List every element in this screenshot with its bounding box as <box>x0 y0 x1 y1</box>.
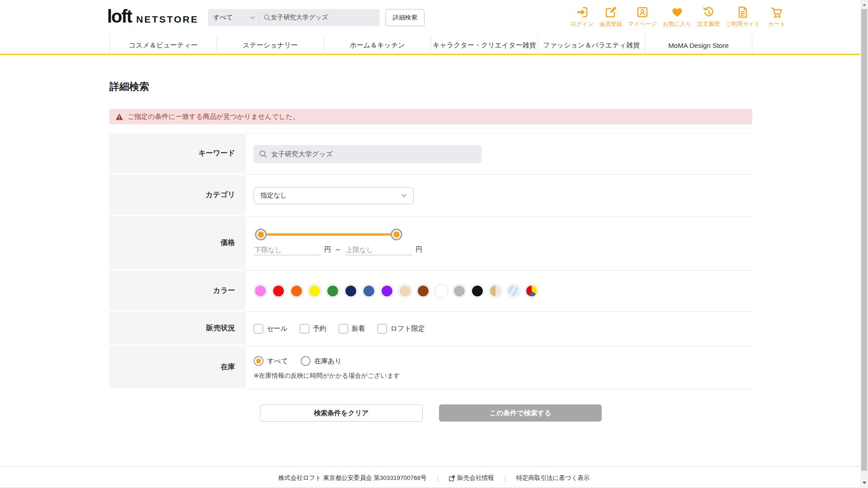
category-row: カテゴリ 指定なし <box>109 175 752 216</box>
checkbox-label: 予約 <box>313 324 326 333</box>
color-swatch-blue[interactable] <box>362 284 376 298</box>
footer-link-seller-info[interactable]: 販売会社情報 <box>449 474 494 482</box>
checkbox-box <box>377 324 387 333</box>
radio-all[interactable]: すべて <box>254 356 288 366</box>
swatch-circle <box>399 285 411 297</box>
color-swatch-gray[interactable] <box>453 284 466 298</box>
logo-suffix-text: NETSTORE <box>136 14 198 25</box>
checkbox-new[interactable]: 新着 <box>339 324 365 333</box>
favorites-icon <box>670 5 684 19</box>
category-select[interactable]: 指定なし <box>254 187 414 204</box>
warning-icon <box>115 113 123 121</box>
cart-link[interactable]: カート <box>766 5 788 28</box>
order-history-link[interactable]: 注文履歴 <box>697 5 720 28</box>
swatch-circle <box>272 285 285 297</box>
guide-label: ご利用ガイド <box>726 20 760 28</box>
price-slider-track <box>261 234 396 236</box>
favorites-label: お気に入り <box>663 20 691 28</box>
swatch-circle <box>344 285 357 297</box>
login-label: ログイン <box>571 20 594 28</box>
color-swatch-orange[interactable] <box>290 284 303 298</box>
mypage-link[interactable]: マイページ <box>628 5 657 28</box>
loft-logo[interactable]: loft NETSTORE <box>107 7 198 25</box>
price-label: 価格 <box>109 216 246 271</box>
register-label: 会員登録 <box>599 20 622 28</box>
price-inputs: 円 ～ 円 <box>254 244 426 255</box>
color-swatch-multicolor[interactable] <box>525 284 538 298</box>
radio-in-stock[interactable]: 在庫あり <box>301 356 342 366</box>
nav-item-cosme[interactable]: コスメ＆ビューティー <box>109 35 217 55</box>
color-swatch-red[interactable] <box>272 284 285 298</box>
stock-note: ※在庫情報の反映に時間がかかる場合がございます <box>254 372 400 380</box>
header-quick-links: ログイン 会員登録 マイページ お気に入り 注文履歴 ご利用ガイド <box>571 5 788 28</box>
color-swatch-pink[interactable] <box>254 284 267 298</box>
detail-search-button[interactable]: 詳細検索 <box>386 9 425 26</box>
order-history-icon <box>702 5 715 19</box>
color-swatch-purple[interactable] <box>380 284 394 298</box>
stock-row: 在庫 すべて 在庫あり ※在庫情報の反映に時間がかかる場合がございます <box>109 346 752 389</box>
category-label: カテゴリ <box>109 175 246 216</box>
register-link[interactable]: 会員登録 <box>599 5 622 28</box>
color-swatch-yellow[interactable] <box>308 284 321 298</box>
swatch-circle <box>417 285 429 297</box>
color-swatch-gold-silver[interactable] <box>489 284 502 298</box>
mypage-icon <box>636 5 649 19</box>
keyword-input[interactable] <box>271 150 476 158</box>
site-footer: 株式会社ロフト 東京都公安委員会 第303319700768号 販売会社情報 特… <box>0 466 868 488</box>
checkbox-sale[interactable]: セール <box>254 324 288 333</box>
stock-options: すべて 在庫あり <box>254 356 342 366</box>
price-range-slider <box>261 229 396 240</box>
vertical-scrollbar[interactable] <box>860 0 868 488</box>
favorites-link[interactable]: お気に入り <box>663 5 691 28</box>
header-search-input[interactable] <box>271 14 375 21</box>
nav-item-fashion[interactable]: ファッション＆バラエティ雑貨 <box>538 35 645 55</box>
footer-divider <box>438 475 438 482</box>
price-min-input[interactable] <box>254 244 321 255</box>
color-swatch-brown[interactable] <box>416 284 430 298</box>
color-swatch-clear[interactable] <box>507 284 520 298</box>
nav-item-stationery[interactable]: ステーショナリー <box>217 35 324 55</box>
search-query-area <box>259 9 380 26</box>
clear-conditions-button[interactable]: 検索条件をクリア <box>260 404 423 422</box>
login-link[interactable]: ログイン <box>571 5 594 28</box>
price-row: 価格 円 ～ 円 <box>109 216 752 271</box>
price-max-input[interactable] <box>345 244 412 255</box>
color-swatches <box>254 284 538 298</box>
search-form: キーワード カテゴリ 指定なし 価格 <box>109 133 752 389</box>
nav-item-moma[interactable]: MoMA Design Store <box>645 35 752 55</box>
swatch-circle <box>381 285 393 297</box>
external-link-icon <box>449 475 455 481</box>
guide-link[interactable]: ご利用ガイド <box>726 5 760 28</box>
swatch-circle <box>363 285 375 297</box>
color-swatch-beige[interactable] <box>398 284 412 298</box>
price-separator: ～ <box>335 245 341 254</box>
color-swatch-green[interactable] <box>326 284 340 298</box>
color-row: カラー <box>109 271 752 312</box>
footer-link-tokushoho[interactable]: 特定商取引法に基づく表示 <box>516 474 590 482</box>
yen-unit-max: 円 <box>415 245 422 254</box>
color-swatch-white[interactable] <box>434 284 448 298</box>
checkbox-reservation[interactable]: 予約 <box>300 324 326 333</box>
checkbox-loft-limited[interactable]: ロフト限定 <box>377 324 425 333</box>
scrollbar-down-arrow[interactable] <box>860 479 868 487</box>
color-swatch-navy[interactable] <box>344 284 358 298</box>
price-slider-max-handle[interactable] <box>391 229 402 240</box>
search-with-conditions-button[interactable]: この条件で検索する <box>439 404 602 422</box>
scrollbar-thumb[interactable] <box>861 9 867 471</box>
logo-brand-text: loft <box>107 7 132 25</box>
search-category-value: すべて <box>213 14 250 22</box>
guide-icon <box>736 5 750 19</box>
price-slider-min-handle[interactable] <box>255 229 267 240</box>
chevron-down-icon <box>401 194 407 197</box>
keyword-label: キーワード <box>109 133 246 175</box>
scrollbar-up-arrow[interactable] <box>860 1 868 9</box>
site-header: loft NETSTORE すべて 詳細検索 ログイン 会員登録 <box>0 0 868 35</box>
nav-item-character[interactable]: キャラクター・クリエイター雑貨 <box>430 35 538 55</box>
swatch-circle <box>326 285 339 297</box>
sale-status-row: 販売状況 セール 予約 新着 <box>109 312 752 346</box>
nav-item-home-kitchen[interactable]: ホーム＆キッチン <box>324 35 431 55</box>
stock-label: 在庫 <box>109 346 246 389</box>
swatch-circle <box>254 285 267 297</box>
color-swatch-black[interactable] <box>471 284 484 298</box>
search-category-select[interactable]: すべて <box>208 9 259 26</box>
